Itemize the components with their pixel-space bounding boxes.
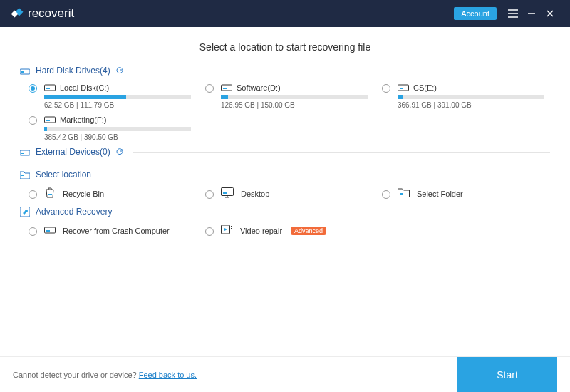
svg-rect-3	[21, 71, 24, 73]
svg-rect-16	[221, 187, 233, 195]
footer: Cannot detect your drive or device? Feed…	[0, 356, 570, 392]
svg-rect-21	[46, 230, 50, 232]
svg-rect-11	[46, 120, 50, 121]
section-ext: External Devices(0)	[20, 147, 550, 157]
drive-item[interactable]: Local Disk(C:)62.52 GB | 111.79 GB	[20, 80, 197, 112]
drive-icon	[398, 83, 409, 92]
svg-rect-15	[48, 194, 52, 195]
location-item[interactable]: Recycle Bin	[20, 184, 197, 204]
svg-rect-18	[400, 193, 403, 195]
footer-text: Cannot detect your drive or device? Feed…	[13, 371, 197, 379]
main-panel: Select a location to start recovering fi…	[0, 27, 570, 356]
svg-rect-5	[46, 88, 50, 89]
folder-icon	[398, 187, 410, 200]
feedback-link[interactable]: Feed back to us.	[139, 371, 197, 379]
drive-radio[interactable]	[382, 84, 390, 93]
drive-icon	[44, 115, 56, 124]
logo-icon	[11, 7, 24, 20]
external-icon	[20, 148, 30, 156]
usage-bar	[44, 127, 191, 131]
drive-name: Local Disk(C:)	[60, 83, 109, 92]
section-loc-label: Select location	[36, 170, 91, 180]
drive-size: 62.52 GB | 111.79 GB	[44, 101, 191, 109]
advanced-radio[interactable]	[205, 227, 214, 236]
usage-bar	[44, 95, 191, 99]
section-adv-label: Advanced Recovery	[36, 207, 112, 217]
drive-size: 126.95 GB | 150.00 GB	[221, 101, 368, 109]
section-loc: Select location	[20, 170, 550, 180]
drives-grid: Local Disk(C:)62.52 GB | 111.79 GBSoftwa…	[20, 80, 550, 144]
drive-size: 366.91 GB | 391.00 GB	[398, 101, 544, 109]
drive-icon	[44, 225, 56, 234]
advanced-label: Video repair	[240, 227, 282, 235]
section-ext-label: External Devices(0)	[36, 147, 110, 157]
app-logo: recoverit	[11, 6, 74, 21]
start-button[interactable]: Start	[457, 357, 557, 393]
video-repair-icon	[221, 224, 233, 238]
usage-bar	[221, 95, 368, 99]
menu-icon[interactable]	[504, 4, 522, 23]
advanced-row: Recover from Crash ComputerVideo repairA…	[20, 221, 550, 241]
advanced-item[interactable]: Video repairAdvanced	[197, 221, 373, 241]
section-adv: Advanced Recovery	[20, 207, 550, 217]
minimize-button[interactable]	[522, 4, 541, 23]
location-item[interactable]: Desktop	[197, 184, 373, 204]
svg-rect-14	[21, 175, 24, 176]
drive-item[interactable]: Marketing(F:)385.42 GB | 390.50 GB	[20, 112, 197, 144]
page-title: Select a location to start recovering fi…	[20, 41, 550, 53]
drive-size: 385.42 GB | 390.50 GB	[44, 133, 191, 141]
account-button[interactable]: Account	[454, 7, 497, 20]
svg-rect-13	[21, 153, 24, 154]
drive-name: CS(E:)	[413, 83, 437, 92]
location-radio[interactable]	[382, 190, 390, 199]
usage-bar	[398, 95, 544, 99]
advanced-item[interactable]: Recover from Crash Computer	[20, 221, 197, 241]
section-hdd: Hard Disk Drives(4)	[20, 66, 550, 76]
location-label: Desktop	[241, 190, 269, 198]
section-hdd-label: Hard Disk Drives(4)	[36, 66, 110, 76]
drive-radio[interactable]	[28, 116, 37, 125]
svg-rect-7	[223, 88, 227, 89]
app-name: recoverit	[28, 6, 74, 21]
close-button[interactable]	[541, 4, 559, 23]
location-radio[interactable]	[28, 190, 37, 199]
drive-name: Software(D:)	[237, 83, 281, 92]
location-item[interactable]: Select Folder	[373, 184, 550, 204]
svg-rect-9	[400, 88, 403, 89]
location-radio[interactable]	[205, 190, 214, 199]
locations-row: Recycle BinDesktopSelect Folder	[20, 184, 550, 204]
drive-icon	[20, 67, 30, 75]
drive-icon	[44, 83, 56, 92]
drive-radio[interactable]	[28, 84, 37, 93]
titlebar: recoverit Account	[0, 0, 570, 27]
location-label: Select Folder	[417, 190, 463, 198]
refresh-icon[interactable]	[116, 67, 123, 74]
recycle-bin-icon	[44, 187, 56, 201]
advanced-radio[interactable]	[28, 227, 37, 236]
wrench-icon	[20, 207, 30, 217]
drive-item[interactable]: Software(D:)126.95 GB | 150.00 GB	[197, 80, 373, 112]
drive-radio[interactable]	[205, 84, 214, 93]
drive-icon	[221, 83, 232, 92]
desktop-icon	[221, 187, 234, 201]
location-label: Recycle Bin	[63, 190, 104, 198]
refresh-icon[interactable]	[116, 148, 123, 155]
drive-icon	[44, 225, 56, 237]
advanced-badge: Advanced	[291, 227, 326, 235]
svg-rect-17	[223, 192, 227, 194]
advanced-label: Recover from Crash Computer	[63, 227, 170, 235]
folder-section-icon	[20, 170, 30, 179]
drive-item[interactable]: CS(E:)366.91 GB | 391.00 GB	[373, 80, 550, 112]
drive-name: Marketing(F:)	[60, 115, 106, 124]
